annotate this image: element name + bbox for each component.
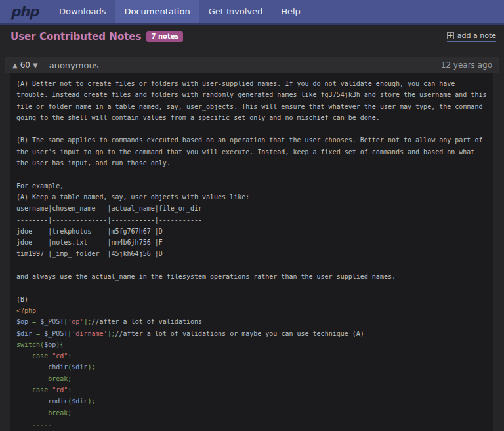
page-title: User Contributed Notes: [10, 31, 141, 43]
vote-up-icon[interactable]: ▲: [10, 62, 20, 69]
vote-count: 60: [20, 60, 31, 70]
note-plain-text: (A) Better not to create files or folder…: [16, 80, 486, 303]
notes-section-header: User Contributed Notes 7 notes + add a n…: [0, 25, 504, 49]
add-note-label: add a note: [457, 31, 496, 40]
nav-item-get-involved[interactable]: Get Involved: [200, 0, 272, 23]
note-timestamp: 12 years ago: [441, 60, 492, 70]
top-navbar: php Downloads Documentation Get Involved…: [0, 0, 504, 25]
note-header: ▲ 60 ▼ anonymous 12 years ago: [5, 57, 499, 73]
nav-item-help[interactable]: Help: [272, 0, 310, 23]
notes-count-badge: 7 notes: [146, 31, 183, 42]
nav-item-downloads[interactable]: Downloads: [50, 0, 115, 23]
vote-down-icon[interactable]: ▼: [31, 62, 40, 69]
dotted-separator: [5, 49, 499, 49]
plus-icon: +: [447, 32, 454, 39]
nav-item-documentation[interactable]: Documentation: [115, 0, 199, 23]
note-code: <?php $op = $_POST['op'];//after a lot o…: [16, 307, 364, 431]
php-logo[interactable]: php: [0, 0, 50, 23]
note-body: (A) Better not to create files or folder…: [10, 73, 494, 431]
add-note-link[interactable]: + add a note: [447, 31, 496, 42]
note-author: anonymous: [49, 60, 99, 70]
